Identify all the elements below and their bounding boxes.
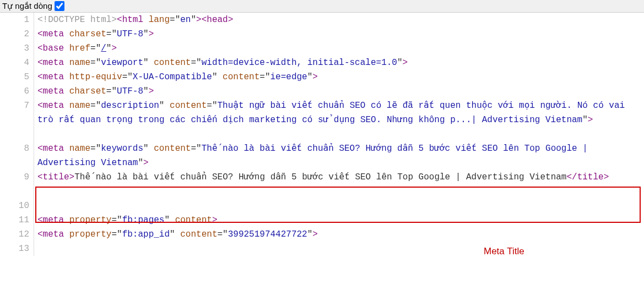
line-number: 10: [0, 199, 29, 213]
line-number: 12: [0, 227, 29, 242]
code-line[interactable]: <!DOCTYPE html><html lang="en"><head>: [37, 13, 644, 27]
code-line[interactable]: <meta name="viewport" content="width=dev…: [37, 56, 644, 70]
code-line[interactable]: <base href="/">: [37, 41, 644, 56]
wrap-label: Tự ngắt dòng: [2, 1, 52, 11]
code-area[interactable]: <!DOCTYPE html><html lang="en"><head><me…: [34, 13, 644, 256]
toolbar: Tự ngắt dòng: [0, 0, 644, 13]
code-line[interactable]: [37, 199, 644, 213]
code-line[interactable]: <meta charset="UTF-8">: [37, 84, 644, 99]
code-line[interactable]: <title>Thế nào là bài viết chuẩn SEO? Hư…: [37, 170, 644, 199]
code-line[interactable]: <meta name="keywords" content="Thế nào l…: [37, 141, 644, 170]
code-line[interactable]: [37, 242, 644, 256]
line-number: 5: [0, 70, 29, 84]
line-number: 9: [0, 170, 29, 199]
line-number: 4: [0, 56, 29, 70]
line-number: 3: [0, 41, 29, 56]
line-number: 8: [0, 141, 29, 170]
annotation-label: Meta Title: [484, 246, 524, 256]
wrap-checkbox[interactable]: [55, 1, 64, 11]
line-number: 13: [0, 242, 29, 256]
gutter: 12345678910111213: [0, 13, 34, 256]
line-number: 7: [0, 99, 29, 141]
line-number: 6: [0, 84, 29, 99]
line-number: 11: [0, 213, 29, 227]
code-editor: 12345678910111213 <!DOCTYPE html><html l…: [0, 13, 644, 256]
code-line[interactable]: <meta property="fb:app_id" content="3992…: [37, 227, 644, 242]
line-number: 2: [0, 27, 29, 41]
code-line[interactable]: <meta name="description" content="Thuật …: [37, 99, 644, 141]
code-line[interactable]: <meta http-equiv="X-UA-Compatible" conte…: [37, 70, 644, 84]
line-number: 1: [0, 13, 29, 27]
code-line[interactable]: <meta property="fb:pages" content>: [37, 213, 644, 227]
code-line[interactable]: <meta charset="UTF-8">: [37, 27, 644, 41]
